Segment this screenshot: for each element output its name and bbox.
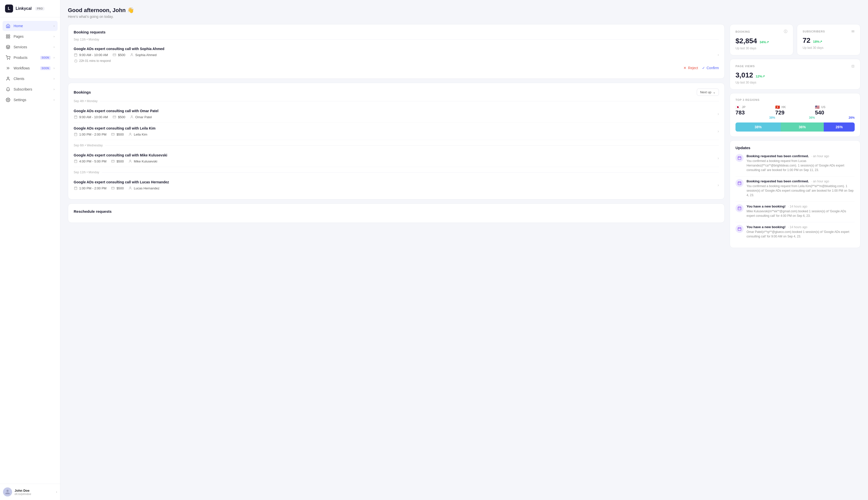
svg-rect-53 bbox=[738, 207, 741, 210]
svg-point-6 bbox=[9, 59, 10, 60]
date-line bbox=[102, 39, 719, 40]
subscribers-stat-value: 72 18%↗ bbox=[803, 36, 855, 45]
update-desc-3: Mike Kulusevski(m**ek**@gmail.com) booke… bbox=[747, 209, 855, 218]
user-footer[interactable]: John Doe elt.to/johndoe › bbox=[0, 484, 60, 500]
chevron-right-icon: › bbox=[54, 35, 55, 38]
page-views-change: 12%↗ bbox=[756, 75, 765, 78]
booking-row-4: Google ADs expert consulting call with L… bbox=[74, 180, 719, 190]
confirm-button[interactable]: ✓ Confirm bbox=[702, 66, 719, 70]
jp-flag: 🇯🇵 bbox=[736, 105, 740, 110]
booking-arrow-3: › bbox=[718, 156, 719, 160]
date-sep-4: Sep 11th • Monday bbox=[74, 171, 719, 174]
update-time-3: · 14 hours ago bbox=[788, 205, 807, 208]
svg-point-30 bbox=[130, 133, 131, 134]
sidebar-nav: Home › Pages › Services › Products SOON bbox=[0, 18, 60, 484]
page-greeting: Good afternoon, John 👋 bbox=[68, 7, 860, 14]
sidebar-item-services[interactable]: Services › bbox=[2, 42, 58, 52]
footer-chevron-icon: › bbox=[56, 490, 57, 494]
booking-requests-title: Booking requests bbox=[74, 30, 719, 34]
sidebar-item-home[interactable]: Home › bbox=[2, 21, 58, 31]
settings-icon bbox=[5, 97, 11, 102]
sidebar-item-services-label: Services bbox=[14, 45, 50, 49]
chevron-right-icon: › bbox=[54, 77, 55, 80]
booking-request-meta-1: 9:00 AM - 10:00 AM $500 bbox=[74, 53, 715, 57]
chevron-right-icon: › bbox=[54, 98, 55, 102]
booking-item-meta-2: 1:00 PM - 2:00 PM $500 bbox=[74, 132, 718, 136]
update-item-4: You have a new booking! · 14 hours ago O… bbox=[736, 225, 855, 239]
subscribers-stat-change: 18%↗ bbox=[813, 40, 822, 44]
update-item-2: Booking requested has been confirmed. · … bbox=[736, 179, 855, 197]
services-icon bbox=[5, 45, 11, 49]
svg-rect-38 bbox=[74, 187, 77, 190]
booking-stat-change: 34%↗ bbox=[760, 40, 769, 44]
date-sep-3: Sep 6th • Wednesday bbox=[74, 144, 719, 147]
workflows-soon-badge: SOON bbox=[40, 66, 50, 70]
logo-name: Linkycal bbox=[15, 6, 32, 11]
price-icon-2 bbox=[111, 132, 115, 136]
booking-price: $500 bbox=[112, 53, 125, 57]
booking-item-meta-1: 9:00 AM - 10:00 AM $500 bbox=[74, 115, 718, 119]
bookings-dropdown[interactable]: Next up ⌄ bbox=[697, 89, 719, 96]
booking-list-item-2[interactable]: Google ADs expert consulting call with L… bbox=[74, 123, 719, 140]
person-icon bbox=[130, 53, 134, 57]
page-views-icon: ⊡ bbox=[852, 64, 855, 68]
svg-rect-45 bbox=[738, 157, 741, 160]
cal-icon-3 bbox=[74, 159, 78, 163]
update-icon-1 bbox=[736, 154, 743, 162]
person-icon-3 bbox=[128, 159, 132, 163]
booking-request-item-1: Google ADs expert consulting call with S… bbox=[74, 44, 719, 73]
booking-list-item-1[interactable]: Google ADs expert consulting call with O… bbox=[74, 105, 719, 123]
footer-user-url: elt.to/johndoe bbox=[14, 492, 54, 496]
sidebar-item-settings-label: Settings bbox=[14, 98, 50, 102]
update-title-4: You have a new booking! bbox=[747, 225, 786, 229]
regions-card: TOP 3 REGIONS 🇯🇵 JP 783 38% bbox=[730, 93, 860, 137]
update-body-2: Booking requested has been confirmed. · … bbox=[747, 179, 855, 197]
update-icon-4 bbox=[736, 225, 743, 233]
sidebar: L Linkycal PRO Home › Pages › Services bbox=[0, 0, 60, 500]
stats-row: BOOKING ⓘ $2,854 34%↗ Up last 30 days SU… bbox=[730, 24, 860, 55]
footer-user-info: John Doe elt.to/johndoe bbox=[14, 489, 54, 496]
content-area: Booking requests Sep 11th • Monday Googl… bbox=[68, 24, 860, 248]
subscribers-stat-label: SUBSCRIBERS ✉ bbox=[803, 30, 855, 33]
date-text-1: Sep 11th • Monday bbox=[74, 38, 99, 41]
booking-list-item-3[interactable]: Google ADs expert consulting call with M… bbox=[74, 150, 719, 167]
price-icon-1 bbox=[112, 115, 116, 119]
sidebar-item-products[interactable]: Products SOON › bbox=[2, 53, 58, 62]
sidebar-item-workflows[interactable]: Workflows SOON › bbox=[2, 63, 58, 73]
svg-rect-0 bbox=[6, 35, 8, 36]
svg-rect-31 bbox=[74, 160, 77, 163]
date-line-2 bbox=[100, 101, 719, 101]
svg-rect-1 bbox=[9, 35, 10, 36]
reject-button[interactable]: ✕ Reject bbox=[683, 66, 698, 70]
subscribers-stat-sub: Up last 30 days bbox=[803, 46, 855, 49]
subscribers-icon bbox=[5, 87, 11, 92]
sidebar-item-clients[interactable]: Clients › bbox=[2, 74, 58, 84]
price-icon-3 bbox=[111, 159, 115, 163]
svg-point-15 bbox=[131, 54, 132, 55]
chevron-right-icon: › bbox=[54, 56, 55, 59]
sidebar-item-settings[interactable]: Settings › bbox=[2, 95, 58, 105]
timer-icon bbox=[74, 59, 78, 63]
booking-actions: ✕ Reject ✓ Confirm bbox=[74, 66, 719, 70]
svg-point-5 bbox=[7, 59, 8, 60]
update-body-3: You have a new booking! · 14 hours ago M… bbox=[747, 204, 855, 218]
booking-arrow-4: › bbox=[718, 183, 719, 188]
booking-stat-label: BOOKING ⓘ bbox=[736, 30, 788, 34]
sidebar-item-home-label: Home bbox=[14, 24, 50, 28]
sidebar-item-pages[interactable]: Pages › bbox=[2, 32, 58, 42]
confirm-check-icon: ✓ bbox=[702, 66, 705, 70]
booking-item-title-1: Google ADs expert consulting call with O… bbox=[74, 109, 718, 113]
region-bar: 38% 36% 26% bbox=[736, 123, 855, 132]
booking-list-item-4[interactable]: Google ADs expert consulting call with L… bbox=[74, 177, 719, 194]
chevron-right-icon: › bbox=[54, 45, 55, 49]
reject-icon: ✕ bbox=[683, 66, 686, 70]
svg-point-7 bbox=[7, 77, 9, 79]
svg-rect-9 bbox=[74, 54, 77, 56]
person-icon-4 bbox=[128, 186, 132, 190]
dollar-icon bbox=[112, 53, 116, 57]
booking-row: Google ADs expert consulting call with S… bbox=[74, 47, 719, 63]
sidebar-item-subscribers-label: Subscribers bbox=[14, 87, 50, 91]
booking-arrow-icon[interactable]: › bbox=[718, 53, 719, 57]
sidebar-item-subscribers[interactable]: Subscribers › bbox=[2, 84, 58, 94]
svg-rect-42 bbox=[112, 187, 115, 189]
